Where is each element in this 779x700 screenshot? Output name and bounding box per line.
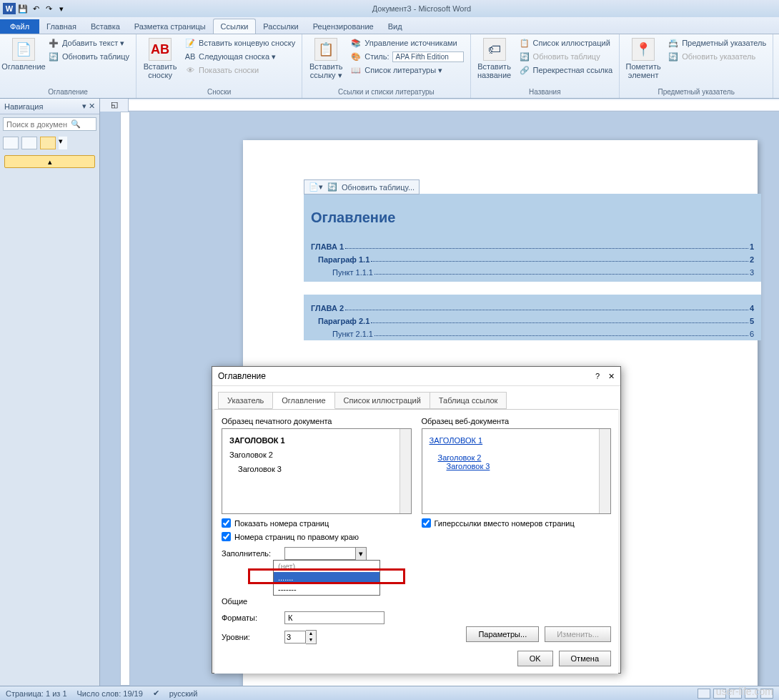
scrollbar[interactable] xyxy=(599,429,610,513)
style-select[interactable]: 🎨Стиль: APA Fifth Edition xyxy=(348,50,465,63)
tab-layout[interactable]: Разметка страницы xyxy=(127,19,213,34)
group-citations-label: Ссылки и списки литературы xyxy=(307,87,465,96)
dlg-tab-authorities[interactable]: Таблица ссылок xyxy=(430,392,507,409)
nav-item-collapse[interactable]: ▴ xyxy=(4,155,95,168)
toc-field-toolbar[interactable]: 📄▾ 🔄 Обновить таблицу... xyxy=(304,179,420,194)
spinner-up-icon[interactable]: ▲ xyxy=(306,631,316,637)
general-label: Общие xyxy=(222,597,412,606)
tab-leader-dropdown: (нет) ....... ------- xyxy=(273,560,380,596)
undo-icon[interactable]: ↶ xyxy=(30,3,41,14)
manage-sources-button[interactable]: 📚Управление источниками xyxy=(348,36,465,49)
nav-search[interactable]: 🔍 xyxy=(3,117,96,131)
navigation-pane: Навигация▾ ✕ 🔍 ▾ ▴ xyxy=(0,99,100,686)
language-status[interactable]: русский xyxy=(169,689,197,698)
tab-view[interactable]: Вид xyxy=(381,19,410,34)
update-table-button[interactable]: 🔄Обновить таблицу xyxy=(46,50,132,63)
nav-tab-pages[interactable] xyxy=(21,137,37,149)
toc-entry[interactable]: Параграф 2.15 xyxy=(304,315,761,327)
web-preview: ЗАГОЛОВОК 1 Заголовок 2 Заголовок 3 xyxy=(422,428,612,514)
tab-file[interactable]: Файл xyxy=(0,19,39,34)
view-print-icon[interactable] xyxy=(698,689,710,699)
dialog-title: Оглавление xyxy=(218,371,266,381)
toc-button[interactable]: 📄Оглавление xyxy=(4,36,43,72)
insert-endnote-button[interactable]: 📝Вставить концевую сноску xyxy=(182,36,297,49)
levels-spinner[interactable]: ▲▼ xyxy=(284,630,317,644)
insert-citation-button[interactable]: 📋Вставить ссылку ▾ xyxy=(307,36,345,82)
toc-selection[interactable]: Оглавление ГЛАВА 11Параграф 1.12Пункт 1.… xyxy=(304,194,761,340)
vertical-ruler[interactable] xyxy=(120,112,130,686)
save-icon[interactable]: 💾 xyxy=(17,3,29,14)
mark-entry-button[interactable]: 📍Пометить элемент xyxy=(624,36,663,81)
tab-review[interactable]: Рецензирование xyxy=(306,19,381,34)
toc-update-icon[interactable]: 🔄 xyxy=(327,182,337,192)
tab-leader-label: Заполнитель: xyxy=(222,549,279,558)
update-tof-button[interactable]: 🔄Обновить таблицу xyxy=(517,50,615,63)
nav-tab-results[interactable] xyxy=(40,137,56,149)
watermark: user-life.com xyxy=(716,686,773,697)
add-text-button[interactable]: ➕Добавить текст ▾ xyxy=(46,36,132,49)
ok-button[interactable]: OK xyxy=(517,651,553,666)
toc-entry[interactable]: Пункт 2.1.16 xyxy=(304,327,761,340)
dlg-tab-toc[interactable]: Оглавление xyxy=(272,392,334,409)
tab-home[interactable]: Главная xyxy=(39,19,84,34)
proofing-icon[interactable]: ✔ xyxy=(153,689,159,698)
options-button[interactable]: Параметры... xyxy=(466,626,539,642)
dialog-tabs: Указатель Оглавление Список иллюстраций … xyxy=(212,386,620,409)
dlg-tab-index[interactable]: Указатель xyxy=(218,392,273,409)
tab-references[interactable]: Ссылки xyxy=(213,19,257,34)
formats-select[interactable]: К xyxy=(284,611,384,624)
insert-caption-button[interactable]: 🏷Вставить название xyxy=(475,36,514,81)
qat-dropdown-icon[interactable]: ▾ xyxy=(56,3,67,14)
nav-close-icon[interactable]: ▾ ✕ xyxy=(82,102,95,111)
table-of-figures-button[interactable]: 📋Список иллюстраций xyxy=(517,36,615,49)
word-icon: W xyxy=(3,3,16,14)
toc-entry[interactable]: Параграф 1.12 xyxy=(304,253,761,266)
scrollbar[interactable] xyxy=(400,429,411,513)
insert-footnote-button[interactable]: ABВставить сноску xyxy=(141,36,179,81)
nav-tab-more[interactable]: ▾ xyxy=(59,137,67,149)
ruler-corner[interactable]: ◱ xyxy=(100,99,129,112)
insert-index-button[interactable]: 📇Предметный указатель xyxy=(665,36,768,49)
horizontal-ruler[interactable] xyxy=(129,100,779,110)
toc-dialog: Оглавление ?✕ Указатель Оглавление Списо… xyxy=(212,366,621,674)
close-icon[interactable]: ✕ xyxy=(608,372,615,381)
modify-button[interactable]: Изменить... xyxy=(545,626,611,642)
toc-entry[interactable]: ГЛАВА 24 xyxy=(304,302,761,315)
hyperlinks-checkbox[interactable] xyxy=(422,518,431,528)
right-align-checkbox[interactable] xyxy=(222,532,231,541)
group-toc-label: Оглавление xyxy=(4,87,132,96)
dd-option-none[interactable]: (нет) xyxy=(274,561,379,572)
dd-option-dots[interactable]: ....... xyxy=(274,572,379,583)
titlebar: W 💾 ↶ ↷ ▾ Документ3 - Microsoft Word xyxy=(0,0,779,17)
status-bar: Страница: 1 из 1 Число слов: 19/19 ✔ рус… xyxy=(0,686,779,700)
spinner-down-icon[interactable]: ▼ xyxy=(306,637,316,644)
redo-icon[interactable]: ↷ xyxy=(43,3,54,14)
toc-entry[interactable]: Пункт 1.1.13 xyxy=(304,266,761,279)
next-footnote-button[interactable]: ABСледующая сноска ▾ xyxy=(182,50,297,63)
update-index-button[interactable]: 🔄Обновить указатель xyxy=(665,50,768,63)
web-preview-label: Образец веб-документа xyxy=(422,417,612,425)
show-page-numbers-checkbox[interactable] xyxy=(222,518,231,528)
word-count[interactable]: Число слов: 19/19 xyxy=(77,689,143,698)
bibliography-button[interactable]: 📖Список литературы ▾ xyxy=(348,64,465,77)
toc-entry[interactable]: ГЛАВА 11 xyxy=(304,240,761,253)
nav-tab-headings[interactable] xyxy=(3,137,19,149)
group-index-label: Предметный указатель xyxy=(624,87,768,96)
window-title: Документ3 - Microsoft Word xyxy=(67,4,776,13)
cross-reference-button[interactable]: 🔗Перекрестная ссылка xyxy=(517,64,615,77)
show-footnotes-button[interactable]: 👁Показать сноски xyxy=(182,64,297,77)
ribbon: 📄Оглавление ➕Добавить текст ▾ 🔄Обновить … xyxy=(0,34,779,99)
cancel-button[interactable]: Отмена xyxy=(559,651,611,666)
tab-mailings[interactable]: Рассылки xyxy=(256,19,305,34)
page-status[interactable]: Страница: 1 из 1 xyxy=(6,689,67,698)
toc-menu-icon[interactable]: 📄▾ xyxy=(309,182,323,192)
search-input[interactable] xyxy=(6,120,71,129)
dd-option-dashes[interactable]: ------- xyxy=(274,583,379,595)
tab-leader-select[interactable]: ▾ xyxy=(284,547,367,560)
search-icon[interactable]: 🔍 xyxy=(71,119,81,129)
tab-insert[interactable]: Вставка xyxy=(84,19,127,34)
print-preview-label: Образец печатного документа xyxy=(222,417,412,425)
group-footnotes-label: Сноски xyxy=(141,87,297,96)
help-icon[interactable]: ? xyxy=(595,372,600,381)
dlg-tab-figures[interactable]: Список иллюстраций xyxy=(334,392,430,409)
